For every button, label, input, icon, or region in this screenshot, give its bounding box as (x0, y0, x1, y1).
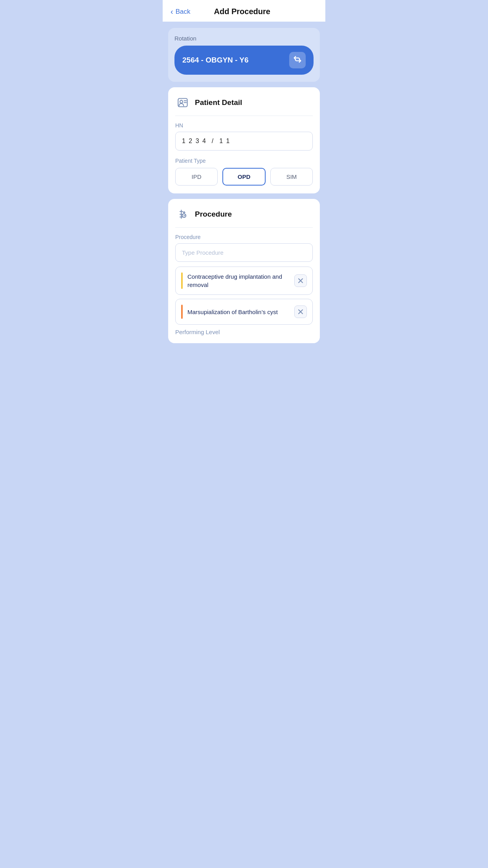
rotation-swap-button[interactable] (289, 52, 306, 68)
procedure-title: Procedure (195, 210, 232, 219)
procedure-item-2-left: Marsupialization of Bartholin’s cyst (181, 305, 294, 319)
back-button[interactable]: ‹ Back (171, 7, 190, 16)
patient-detail-card: Patient Detail HN Patient Type IPD OPD S… (168, 87, 320, 193)
performing-level-label: Performing Level (175, 329, 313, 335)
procedure-item-2: Marsupialization of Bartholin’s cyst (175, 299, 313, 325)
procedure-2-remove-button[interactable] (294, 305, 307, 318)
procedure-input[interactable] (175, 243, 313, 262)
patient-type-opd[interactable]: OPD (222, 168, 266, 186)
swap-icon (293, 55, 302, 66)
patient-icon (175, 95, 190, 110)
svg-point-1 (180, 100, 183, 103)
rotation-section: Rotation 2564 - OBGYN - Y6 (168, 28, 320, 82)
phone-container: ‹ Back Add Procedure Rotation 2564 - OBG… (163, 0, 325, 365)
procedure-icon (175, 207, 190, 222)
header: ‹ Back Add Procedure (163, 0, 325, 22)
rotation-label: Rotation (174, 35, 314, 42)
patient-type-ipd[interactable]: IPD (175, 168, 218, 186)
hn-input[interactable] (175, 132, 313, 151)
procedure-2-text: Marsupialization of Bartholin’s cyst (187, 308, 294, 316)
procedure-1-stripe (181, 272, 183, 289)
patient-type-buttons: IPD OPD SIM (175, 168, 313, 186)
patient-type-section: Patient Type IPD OPD SIM (175, 158, 313, 186)
page-title: Add Procedure (190, 7, 294, 16)
procedure-card: Procedure Procedure Contraceptive drug i… (168, 199, 320, 343)
back-chevron-icon: ‹ (171, 7, 173, 16)
patient-detail-divider (175, 116, 313, 116)
rotation-selector[interactable]: 2564 - OBGYN - Y6 (174, 46, 314, 75)
rotation-value: 2564 - OBGYN - Y6 (182, 56, 249, 64)
procedure-item-1-left: Contraceptive drug implantation and remo… (181, 272, 294, 289)
procedure-item-1: Contraceptive drug implantation and remo… (175, 267, 313, 295)
procedure-2-stripe (181, 305, 183, 319)
hn-label: HN (175, 122, 313, 129)
patient-detail-title: Patient Detail (195, 98, 242, 107)
patient-type-sim[interactable]: SIM (270, 168, 313, 186)
procedure-header: Procedure (175, 207, 313, 222)
patient-detail-header: Patient Detail (175, 95, 313, 110)
back-label: Back (176, 8, 191, 16)
procedure-label: Procedure (175, 234, 313, 240)
procedure-divider (175, 227, 313, 228)
procedure-1-text: Contraceptive drug implantation and remo… (187, 272, 294, 289)
main-content: Rotation 2564 - OBGYN - Y6 (163, 22, 325, 349)
patient-type-label: Patient Type (175, 158, 313, 164)
procedure-1-remove-button[interactable] (294, 274, 307, 287)
